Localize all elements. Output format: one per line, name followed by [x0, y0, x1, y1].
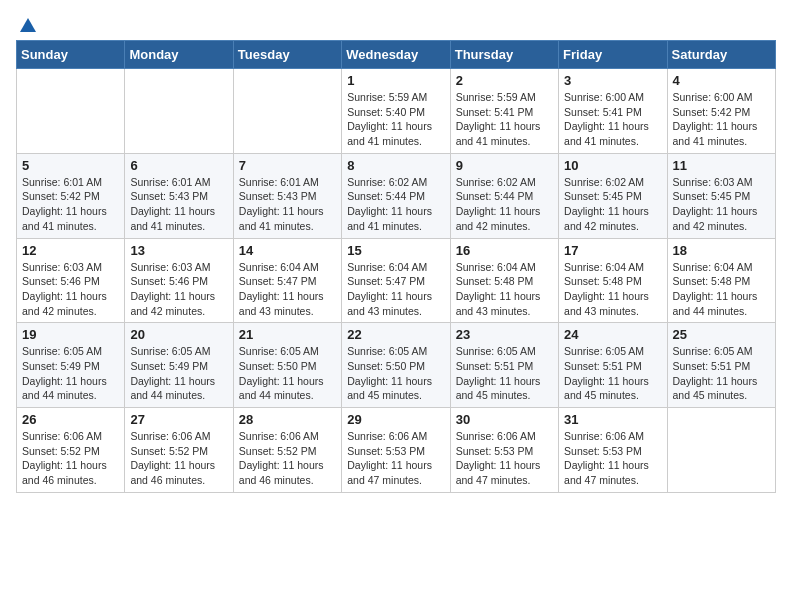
week-row-2: 5Sunrise: 6:01 AMSunset: 5:42 PMDaylight… — [17, 153, 776, 238]
day-info: Sunrise: 6:00 AMSunset: 5:42 PMDaylight:… — [673, 90, 770, 149]
week-row-1: 1Sunrise: 5:59 AMSunset: 5:40 PMDaylight… — [17, 69, 776, 154]
day-number: 27 — [130, 412, 227, 427]
calendar-cell: 28Sunrise: 6:06 AMSunset: 5:52 PMDayligh… — [233, 408, 341, 493]
day-info: Sunrise: 6:04 AMSunset: 5:47 PMDaylight:… — [239, 260, 336, 319]
day-info: Sunrise: 5:59 AMSunset: 5:41 PMDaylight:… — [456, 90, 553, 149]
calendar-cell — [233, 69, 341, 154]
calendar-cell: 26Sunrise: 6:06 AMSunset: 5:52 PMDayligh… — [17, 408, 125, 493]
day-number: 6 — [130, 158, 227, 173]
calendar-cell: 17Sunrise: 6:04 AMSunset: 5:48 PMDayligh… — [559, 238, 667, 323]
day-info: Sunrise: 6:03 AMSunset: 5:46 PMDaylight:… — [22, 260, 119, 319]
day-info: Sunrise: 6:05 AMSunset: 5:49 PMDaylight:… — [130, 344, 227, 403]
day-number: 25 — [673, 327, 770, 342]
day-number: 26 — [22, 412, 119, 427]
calendar-cell: 4Sunrise: 6:00 AMSunset: 5:42 PMDaylight… — [667, 69, 775, 154]
calendar-cell: 8Sunrise: 6:02 AMSunset: 5:44 PMDaylight… — [342, 153, 450, 238]
day-info: Sunrise: 6:05 AMSunset: 5:50 PMDaylight:… — [239, 344, 336, 403]
calendar-cell: 14Sunrise: 6:04 AMSunset: 5:47 PMDayligh… — [233, 238, 341, 323]
day-info: Sunrise: 6:05 AMSunset: 5:51 PMDaylight:… — [456, 344, 553, 403]
calendar-cell — [667, 408, 775, 493]
calendar-cell: 2Sunrise: 5:59 AMSunset: 5:41 PMDaylight… — [450, 69, 558, 154]
calendar-cell: 27Sunrise: 6:06 AMSunset: 5:52 PMDayligh… — [125, 408, 233, 493]
day-number: 18 — [673, 243, 770, 258]
day-info: Sunrise: 6:02 AMSunset: 5:44 PMDaylight:… — [347, 175, 444, 234]
calendar-cell: 3Sunrise: 6:00 AMSunset: 5:41 PMDaylight… — [559, 69, 667, 154]
day-info: Sunrise: 6:04 AMSunset: 5:48 PMDaylight:… — [673, 260, 770, 319]
day-number: 29 — [347, 412, 444, 427]
day-info: Sunrise: 6:06 AMSunset: 5:53 PMDaylight:… — [564, 429, 661, 488]
weekday-header-row: SundayMondayTuesdayWednesdayThursdayFrid… — [17, 41, 776, 69]
weekday-friday: Friday — [559, 41, 667, 69]
day-number: 5 — [22, 158, 119, 173]
day-number: 11 — [673, 158, 770, 173]
day-info: Sunrise: 6:06 AMSunset: 5:53 PMDaylight:… — [347, 429, 444, 488]
day-number: 9 — [456, 158, 553, 173]
page-header — [16, 16, 776, 32]
day-number: 17 — [564, 243, 661, 258]
day-number: 2 — [456, 73, 553, 88]
calendar-cell: 18Sunrise: 6:04 AMSunset: 5:48 PMDayligh… — [667, 238, 775, 323]
calendar-cell: 15Sunrise: 6:04 AMSunset: 5:47 PMDayligh… — [342, 238, 450, 323]
calendar-cell — [17, 69, 125, 154]
calendar-cell: 30Sunrise: 6:06 AMSunset: 5:53 PMDayligh… — [450, 408, 558, 493]
day-info: Sunrise: 6:04 AMSunset: 5:48 PMDaylight:… — [564, 260, 661, 319]
calendar-cell — [125, 69, 233, 154]
calendar-cell: 21Sunrise: 6:05 AMSunset: 5:50 PMDayligh… — [233, 323, 341, 408]
day-number: 13 — [130, 243, 227, 258]
calendar-cell: 22Sunrise: 6:05 AMSunset: 5:50 PMDayligh… — [342, 323, 450, 408]
day-info: Sunrise: 6:05 AMSunset: 5:51 PMDaylight:… — [564, 344, 661, 403]
day-info: Sunrise: 6:02 AMSunset: 5:44 PMDaylight:… — [456, 175, 553, 234]
calendar-cell: 5Sunrise: 6:01 AMSunset: 5:42 PMDaylight… — [17, 153, 125, 238]
calendar-cell: 29Sunrise: 6:06 AMSunset: 5:53 PMDayligh… — [342, 408, 450, 493]
day-info: Sunrise: 6:02 AMSunset: 5:45 PMDaylight:… — [564, 175, 661, 234]
day-number: 10 — [564, 158, 661, 173]
day-info: Sunrise: 6:05 AMSunset: 5:49 PMDaylight:… — [22, 344, 119, 403]
calendar-cell: 13Sunrise: 6:03 AMSunset: 5:46 PMDayligh… — [125, 238, 233, 323]
calendar-cell: 11Sunrise: 6:03 AMSunset: 5:45 PMDayligh… — [667, 153, 775, 238]
calendar-cell: 23Sunrise: 6:05 AMSunset: 5:51 PMDayligh… — [450, 323, 558, 408]
svg-marker-0 — [20, 18, 36, 32]
day-number: 20 — [130, 327, 227, 342]
calendar-cell: 31Sunrise: 6:06 AMSunset: 5:53 PMDayligh… — [559, 408, 667, 493]
day-info: Sunrise: 6:01 AMSunset: 5:43 PMDaylight:… — [239, 175, 336, 234]
day-info: Sunrise: 5:59 AMSunset: 5:40 PMDaylight:… — [347, 90, 444, 149]
day-number: 28 — [239, 412, 336, 427]
day-info: Sunrise: 6:01 AMSunset: 5:43 PMDaylight:… — [130, 175, 227, 234]
weekday-tuesday: Tuesday — [233, 41, 341, 69]
weekday-sunday: Sunday — [17, 41, 125, 69]
calendar-cell: 10Sunrise: 6:02 AMSunset: 5:45 PMDayligh… — [559, 153, 667, 238]
calendar-cell: 24Sunrise: 6:05 AMSunset: 5:51 PMDayligh… — [559, 323, 667, 408]
day-info: Sunrise: 6:01 AMSunset: 5:42 PMDaylight:… — [22, 175, 119, 234]
day-info: Sunrise: 6:06 AMSunset: 5:52 PMDaylight:… — [22, 429, 119, 488]
calendar-cell: 6Sunrise: 6:01 AMSunset: 5:43 PMDaylight… — [125, 153, 233, 238]
day-number: 3 — [564, 73, 661, 88]
day-info: Sunrise: 6:03 AMSunset: 5:46 PMDaylight:… — [130, 260, 227, 319]
weekday-thursday: Thursday — [450, 41, 558, 69]
day-number: 4 — [673, 73, 770, 88]
day-info: Sunrise: 6:04 AMSunset: 5:47 PMDaylight:… — [347, 260, 444, 319]
calendar-table: SundayMondayTuesdayWednesdayThursdayFrid… — [16, 40, 776, 493]
day-number: 15 — [347, 243, 444, 258]
day-info: Sunrise: 6:04 AMSunset: 5:48 PMDaylight:… — [456, 260, 553, 319]
day-number: 24 — [564, 327, 661, 342]
day-number: 8 — [347, 158, 444, 173]
day-number: 30 — [456, 412, 553, 427]
day-info: Sunrise: 6:03 AMSunset: 5:45 PMDaylight:… — [673, 175, 770, 234]
day-info: Sunrise: 6:06 AMSunset: 5:52 PMDaylight:… — [130, 429, 227, 488]
day-number: 21 — [239, 327, 336, 342]
logo-icon — [18, 16, 38, 36]
day-number: 12 — [22, 243, 119, 258]
calendar-cell: 7Sunrise: 6:01 AMSunset: 5:43 PMDaylight… — [233, 153, 341, 238]
weekday-monday: Monday — [125, 41, 233, 69]
calendar-cell: 19Sunrise: 6:05 AMSunset: 5:49 PMDayligh… — [17, 323, 125, 408]
day-number: 22 — [347, 327, 444, 342]
day-info: Sunrise: 6:05 AMSunset: 5:50 PMDaylight:… — [347, 344, 444, 403]
logo — [16, 16, 38, 32]
calendar-cell: 9Sunrise: 6:02 AMSunset: 5:44 PMDaylight… — [450, 153, 558, 238]
day-number: 31 — [564, 412, 661, 427]
day-number: 1 — [347, 73, 444, 88]
day-info: Sunrise: 6:00 AMSunset: 5:41 PMDaylight:… — [564, 90, 661, 149]
day-number: 16 — [456, 243, 553, 258]
week-row-5: 26Sunrise: 6:06 AMSunset: 5:52 PMDayligh… — [17, 408, 776, 493]
day-number: 7 — [239, 158, 336, 173]
